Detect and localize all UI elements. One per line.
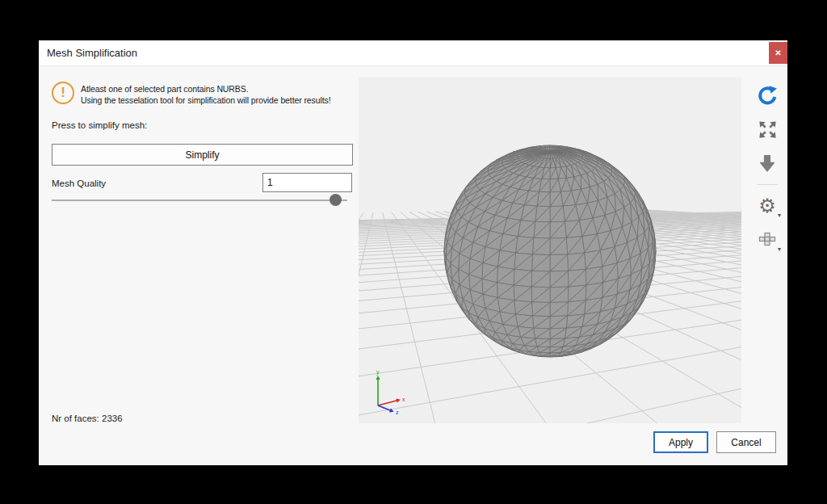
grid-dropdown-caret: ▾	[778, 246, 781, 253]
close-button[interactable]: ✕	[769, 42, 787, 64]
warning-line-1: Atleast one of selected part contains NU…	[81, 83, 331, 94]
mesh-quality-input[interactable]	[262, 173, 352, 192]
grid-views-button[interactable]: ▾	[753, 225, 782, 254]
grid-views-icon	[758, 230, 777, 250]
download-mesh-button[interactable]	[753, 149, 782, 178]
apply-button[interactable]: Apply	[653, 431, 708, 453]
mesh-quality-slider[interactable]	[52, 200, 347, 201]
gear-icon: ⚙	[758, 196, 776, 216]
dialog-titlebar: Mesh Simplification ✕	[39, 40, 787, 66]
warning-exclamation: !	[61, 85, 65, 101]
viewport-toolbar: ⚙ ▾ ▾	[749, 81, 785, 259]
3d-viewport[interactable]: yxz	[359, 78, 741, 423]
mesh-simplification-dialog: Mesh Simplification ✕ ! Atleast one of s…	[39, 40, 787, 465]
refresh-icon	[757, 85, 779, 107]
settings-button[interactable]: ⚙ ▾	[753, 191, 782, 220]
dialog-title: Mesh Simplification	[47, 47, 137, 59]
mesh-quality-label: Mesh Quality	[52, 178, 106, 188]
svg-text:y: y	[376, 369, 380, 376]
viewport-canvas: yxz	[359, 78, 741, 423]
cancel-button[interactable]: Cancel	[716, 431, 776, 453]
warning-line-2: Using the tesselation tool for simplific…	[81, 94, 331, 106]
toolbar-divider	[757, 184, 778, 185]
download-arrow-icon	[757, 153, 778, 174]
gear-dropdown-caret: ▾	[778, 212, 781, 219]
fit-all-icon	[757, 119, 779, 141]
close-icon: ✕	[775, 48, 781, 57]
svg-text:x: x	[402, 397, 405, 402]
refresh-view-button[interactable]	[753, 81, 782, 110]
warning-icon: !	[52, 82, 74, 104]
fit-all-button[interactable]	[753, 115, 782, 144]
svg-text:z: z	[396, 410, 399, 415]
slider-handle[interactable]	[330, 194, 342, 206]
face-count-label: Nr of faces: 2336	[52, 414, 123, 423]
press-to-simplify-label: Press to simplify mesh:	[52, 120, 147, 130]
warning-message: Atleast one of selected part contains NU…	[81, 83, 331, 106]
simplify-button[interactable]: Simplify	[52, 144, 353, 166]
